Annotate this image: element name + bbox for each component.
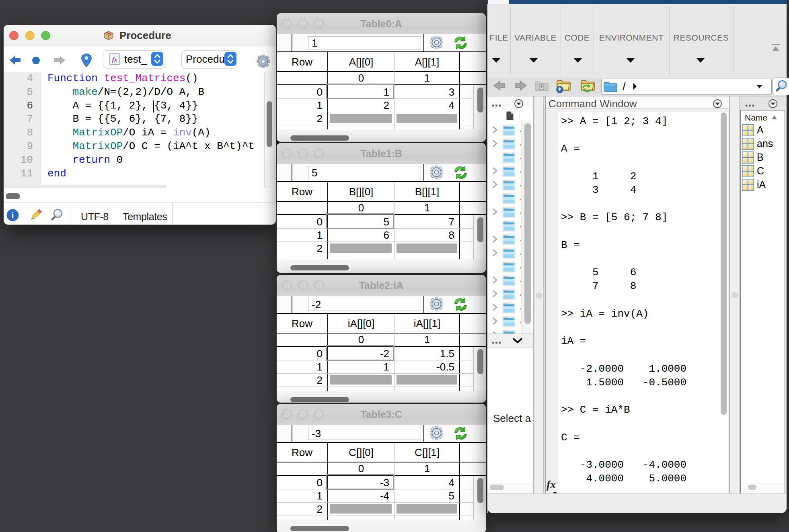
svg-text:fx: fx xyxy=(112,56,117,63)
svg-text:i: i xyxy=(12,211,14,220)
